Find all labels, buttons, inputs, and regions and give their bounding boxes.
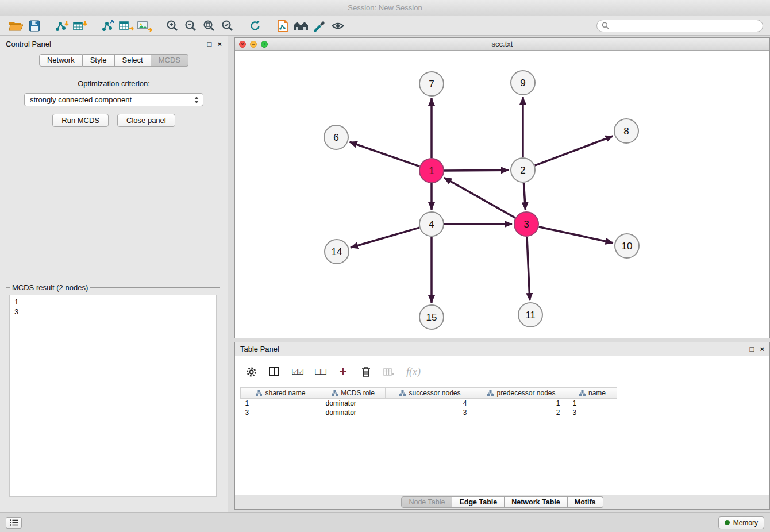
node-3[interactable]: 3 bbox=[514, 212, 538, 236]
delete-table-icon bbox=[383, 365, 395, 379]
import-network-glyph bbox=[55, 20, 70, 32]
add-column-icon[interactable]: + bbox=[337, 365, 349, 379]
close-panel-icon[interactable]: × bbox=[217, 40, 222, 48]
float-table-panel-icon[interactable]: □ bbox=[750, 345, 754, 353]
show-columns-icon[interactable] bbox=[268, 365, 280, 379]
network-canvas[interactable]: 7968124314101511 bbox=[235, 51, 769, 338]
export-image-glyph bbox=[137, 20, 152, 32]
edge-3-1[interactable] bbox=[444, 178, 515, 218]
node-9[interactable]: 9 bbox=[511, 71, 535, 95]
zoom-fit-icon[interactable] bbox=[200, 18, 218, 34]
edge-4-14[interactable] bbox=[351, 228, 419, 248]
column-type-icon bbox=[579, 390, 586, 396]
magnifier-minus-glyph bbox=[184, 20, 197, 32]
table-cell: 4 bbox=[386, 399, 475, 408]
zoom-in-icon[interactable] bbox=[163, 18, 182, 34]
node-1[interactable]: 1 bbox=[419, 159, 444, 183]
edge-2-3[interactable] bbox=[523, 183, 525, 210]
delete-column-icon[interactable] bbox=[360, 365, 372, 379]
edge-1-2[interactable] bbox=[444, 170, 509, 171]
tab-edge-table[interactable]: Edge Table bbox=[452, 496, 505, 508]
first-neighbors-icon[interactable] bbox=[292, 18, 310, 34]
list-icon bbox=[10, 519, 18, 526]
status-bar: Memory bbox=[0, 512, 770, 532]
network-overview-icon[interactable] bbox=[274, 18, 292, 34]
node-4[interactable]: 4 bbox=[419, 212, 444, 236]
node-7[interactable]: 7 bbox=[419, 72, 444, 96]
node-2[interactable]: 2 bbox=[511, 158, 535, 182]
memory-button[interactable]: Memory bbox=[718, 516, 764, 529]
titlebar: Session: New Session bbox=[0, 0, 770, 16]
refresh-view-icon[interactable] bbox=[246, 18, 264, 34]
edge-2-8[interactable] bbox=[535, 136, 613, 165]
main-toolbar bbox=[0, 16, 770, 36]
table-cell: dominator bbox=[321, 408, 386, 417]
column-header-successor-nodes[interactable]: successor nodes bbox=[386, 388, 475, 399]
table-panel-tabs: Node TableEdge TableNetwork TableMotifs bbox=[235, 495, 769, 509]
tab-motifs[interactable]: Motifs bbox=[568, 496, 603, 508]
open-file-icon[interactable] bbox=[7, 18, 25, 34]
node-14[interactable]: 14 bbox=[325, 240, 349, 264]
export-table-icon[interactable] bbox=[117, 18, 136, 34]
float-panel-icon[interactable]: □ bbox=[207, 40, 212, 48]
tab-network-table[interactable]: Network Table bbox=[505, 496, 568, 508]
gear-icon bbox=[246, 367, 257, 377]
tab-network[interactable]: Network bbox=[39, 54, 83, 67]
column-header-predecessor-nodes[interactable]: predecessor nodes bbox=[475, 388, 568, 399]
node-label: 9 bbox=[520, 78, 525, 88]
zoom-out-icon[interactable] bbox=[182, 18, 200, 34]
import-table-glyph bbox=[73, 20, 88, 32]
refresh-glyph bbox=[249, 20, 261, 32]
select-all-icon[interactable]: ☑☑ bbox=[291, 365, 303, 379]
edge-1-6[interactable] bbox=[350, 142, 420, 167]
column-header-shared-name[interactable]: shared name bbox=[241, 388, 321, 399]
table-cell: 3 bbox=[568, 408, 617, 417]
eye-glyph bbox=[332, 21, 344, 31]
tab-style[interactable]: Style bbox=[83, 54, 115, 67]
result-line: 3 bbox=[14, 307, 211, 317]
column-header-name[interactable]: name bbox=[568, 388, 617, 399]
column-header-MCDS-role[interactable]: MCDS role bbox=[321, 388, 386, 399]
deselect-all-icon[interactable]: ☐☐ bbox=[314, 365, 326, 379]
export-table-glyph bbox=[119, 20, 134, 32]
magnifier-fit-glyph bbox=[203, 20, 215, 32]
tab-node-table[interactable]: Node Table bbox=[401, 496, 452, 508]
export-image-icon[interactable] bbox=[136, 18, 154, 34]
import-table-icon[interactable] bbox=[71, 18, 90, 34]
table-cell: 3 bbox=[386, 408, 475, 417]
new-network-icon[interactable] bbox=[99, 18, 117, 34]
apply-style-icon[interactable] bbox=[310, 18, 329, 34]
tab-select[interactable]: Select bbox=[115, 54, 151, 67]
close-panel-button[interactable]: Close panel bbox=[117, 114, 175, 127]
edge-3-10[interactable] bbox=[539, 227, 613, 243]
node-15[interactable]: 15 bbox=[419, 305, 444, 329]
node-10[interactable]: 10 bbox=[615, 234, 639, 258]
run-mcds-button[interactable]: Run MCDS bbox=[52, 114, 109, 127]
table-row[interactable]: 1dominator411 bbox=[241, 399, 617, 408]
node-8[interactable]: 8 bbox=[614, 119, 638, 143]
table-cell: 1 bbox=[568, 399, 617, 408]
save-session-icon[interactable] bbox=[25, 18, 44, 34]
zoom-selected-icon[interactable] bbox=[218, 18, 237, 34]
table-settings-icon[interactable] bbox=[245, 365, 257, 379]
search-input[interactable] bbox=[612, 22, 758, 30]
node-6[interactable]: 6 bbox=[324, 125, 348, 149]
optimization-dropdown[interactable]: strongly connected component bbox=[24, 93, 203, 106]
column-header-label: shared name bbox=[265, 389, 305, 397]
node-label: 14 bbox=[332, 246, 342, 257]
column-type-icon bbox=[332, 390, 338, 396]
edge-3-11[interactable] bbox=[527, 237, 530, 300]
table-row[interactable]: 3dominator323 bbox=[241, 408, 617, 417]
network-graph: 7968124314101511 bbox=[235, 51, 769, 338]
show-panels-button[interactable] bbox=[6, 517, 22, 529]
node-11[interactable]: 11 bbox=[518, 303, 542, 327]
import-network-icon[interactable] bbox=[53, 18, 71, 34]
show-hide-icon[interactable] bbox=[329, 18, 347, 34]
maximize-window-icon[interactable]: + bbox=[261, 41, 268, 48]
tab-mcds[interactable]: MCDS bbox=[151, 54, 188, 67]
minimize-window-icon[interactable]: − bbox=[250, 41, 257, 48]
close-table-panel-icon[interactable]: × bbox=[760, 345, 764, 353]
network-window: × − + scc.txt 7968124314101511 bbox=[234, 37, 770, 338]
close-window-icon[interactable]: × bbox=[239, 41, 246, 48]
network-window-titlebar[interactable]: × − + scc.txt bbox=[235, 38, 769, 51]
